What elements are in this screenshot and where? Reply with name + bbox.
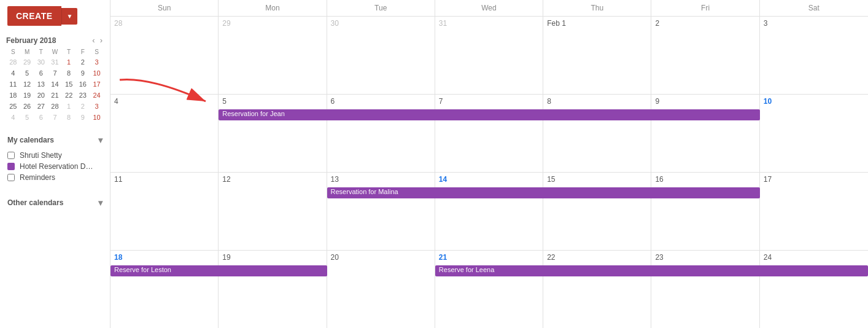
mini-cal-day[interactable]: 5 [20, 68, 34, 79]
calendar-day[interactable]: 14 [435, 173, 543, 250]
my-calendars-label: My calendars [7, 136, 54, 144]
mini-cal-day[interactable]: 8 [62, 112, 76, 123]
calendar-day[interactable]: 4 [110, 95, 219, 172]
calendar-day[interactable]: 24 [760, 251, 868, 328]
mini-cal-day[interactable]: 1 [62, 101, 76, 112]
mini-cal-day[interactable]: 7 [48, 112, 62, 123]
mini-cal-day[interactable]: 3 [90, 101, 104, 112]
mini-cal-day[interactable]: 7 [48, 68, 62, 79]
mini-cal-day[interactable]: 11 [6, 79, 20, 90]
calendar-day[interactable]: 6 [327, 95, 435, 172]
calendar-day[interactable]: 5 [219, 95, 327, 172]
mini-cal-dow: M [20, 47, 34, 57]
calendar-day[interactable]: 18 [110, 251, 219, 328]
mini-cal-day[interactable]: 3 [90, 57, 104, 68]
mini-cal-day[interactable]: 25 [6, 101, 20, 112]
day-number: 6 [331, 97, 431, 106]
mini-cal-day[interactable]: 2 [76, 57, 90, 68]
calendar-day[interactable]: 15 [543, 173, 651, 250]
calendar-day[interactable]: 13 [327, 173, 435, 250]
mini-cal-dow: T [34, 47, 48, 57]
calendar-day[interactable]: 17 [760, 173, 868, 250]
calendar-day[interactable]: 29 [219, 17, 327, 94]
calendar-item[interactable]: Reminders [0, 172, 110, 183]
day-number: 11 [114, 175, 214, 184]
mini-cal-day[interactable]: 19 [20, 90, 34, 101]
mini-cal-day[interactable]: 9 [76, 112, 90, 123]
calendar-event[interactable]: Reserve for Leena [435, 265, 868, 276]
mini-cal-day[interactable]: 27 [34, 101, 48, 112]
mini-cal-day[interactable]: 26 [20, 101, 34, 112]
calendar-day[interactable]: 10 [760, 95, 868, 172]
mini-cal-day[interactable]: 5 [20, 112, 34, 123]
mini-cal-day[interactable]: 22 [62, 90, 76, 101]
calendar-day[interactable]: 2 [651, 17, 759, 94]
day-number: 10 [764, 97, 864, 106]
cal-header-day: Sun [110, 0, 219, 16]
calendar-day[interactable]: 11 [110, 173, 219, 250]
mini-cal-day[interactable]: 14 [48, 79, 62, 90]
day-number: 4 [114, 97, 214, 106]
calendar-day[interactable]: 7 [435, 95, 543, 172]
calendar-checkbox[interactable] [7, 152, 15, 159]
calendar-event[interactable]: Reservation for Jean [219, 109, 759, 120]
mini-cal-day[interactable]: 4 [6, 112, 20, 123]
mini-cal-day[interactable]: 6 [34, 68, 48, 79]
calendar-item[interactable]: Hotel Reservation De... [0, 161, 110, 172]
calendar-day[interactable]: 9 [651, 95, 759, 172]
mini-cal-day[interactable]: 31 [48, 57, 62, 68]
mini-cal-day[interactable]: 4 [6, 68, 20, 79]
create-dropdown-button[interactable]: ▼ [61, 8, 78, 25]
mini-cal-day[interactable]: 21 [48, 90, 62, 101]
calendar-week: 11121314151617Reservation for Malina [110, 173, 868, 251]
calendar-event[interactable]: Reserve for Leston [110, 265, 327, 276]
calendar-event[interactable]: Reservation for Malina [327, 187, 760, 198]
day-number: 31 [439, 19, 539, 28]
my-calendars-section[interactable]: My calendars ▾ [0, 133, 110, 147]
mini-cal-day[interactable]: 15 [62, 79, 76, 90]
mini-cal-day[interactable]: 24 [90, 90, 104, 101]
calendar-day[interactable]: 3 [760, 17, 868, 94]
calendar-checkbox[interactable] [7, 174, 15, 181]
mini-cal-next[interactable]: › [99, 36, 104, 45]
mini-cal-day[interactable]: 28 [6, 57, 20, 68]
calendar-day[interactable]: 31 [435, 17, 543, 94]
mini-cal-day[interactable]: 30 [34, 57, 48, 68]
calendar-day[interactable]: 12 [219, 173, 327, 250]
calendar-label: Shruti Shetty [20, 151, 62, 160]
calendar-day[interactable]: 20 [327, 251, 435, 328]
calendar-day[interactable]: Feb 1 [543, 17, 651, 94]
calendar-day[interactable]: 16 [651, 173, 759, 250]
calendar-day[interactable]: 19 [219, 251, 327, 328]
mini-cal-day[interactable]: 29 [20, 57, 34, 68]
mini-cal-day[interactable]: 23 [76, 90, 90, 101]
calendar-day[interactable]: 23 [651, 251, 759, 328]
mini-cal-day[interactable]: 20 [34, 90, 48, 101]
calendar-day[interactable]: 8 [543, 95, 651, 172]
mini-cal-day[interactable]: 17 [90, 79, 104, 90]
mini-cal-day[interactable]: 6 [34, 112, 48, 123]
mini-cal-day[interactable]: 10 [90, 112, 104, 123]
calendar-day[interactable]: 21 [435, 251, 543, 328]
mini-cal-day[interactable]: 10 [90, 68, 104, 79]
mini-cal-day[interactable]: 16 [76, 79, 90, 90]
mini-cal-day[interactable]: 18 [6, 90, 20, 101]
calendar-day[interactable]: 28 [110, 17, 219, 94]
mini-cal-title[interactable]: February 2018 [6, 36, 56, 45]
mini-cal-day[interactable]: 28 [48, 101, 62, 112]
mini-cal-day[interactable]: 8 [62, 68, 76, 79]
create-button[interactable]: CREATE [7, 6, 61, 26]
mini-cal-day[interactable]: 12 [20, 79, 34, 90]
calendar-day[interactable]: 22 [543, 251, 651, 328]
calendar-week: 28293031Feb 123 [110, 17, 868, 95]
calendar-week: 18192021222324Reserve for LestonReserve … [110, 251, 868, 328]
mini-cal-day[interactable]: 2 [76, 101, 90, 112]
mini-cal-day[interactable]: 1 [62, 57, 76, 68]
other-calendars-section[interactable]: Other calendars ▾ [0, 195, 110, 210]
mini-cal-day[interactable]: 13 [34, 79, 48, 90]
mini-cal-day[interactable]: 9 [76, 68, 90, 79]
calendar-day[interactable]: 30 [327, 17, 435, 94]
mini-cal-prev[interactable]: ‹ [91, 36, 96, 45]
calendar-item[interactable]: Shruti Shetty [0, 150, 110, 161]
day-number: 30 [331, 19, 431, 28]
